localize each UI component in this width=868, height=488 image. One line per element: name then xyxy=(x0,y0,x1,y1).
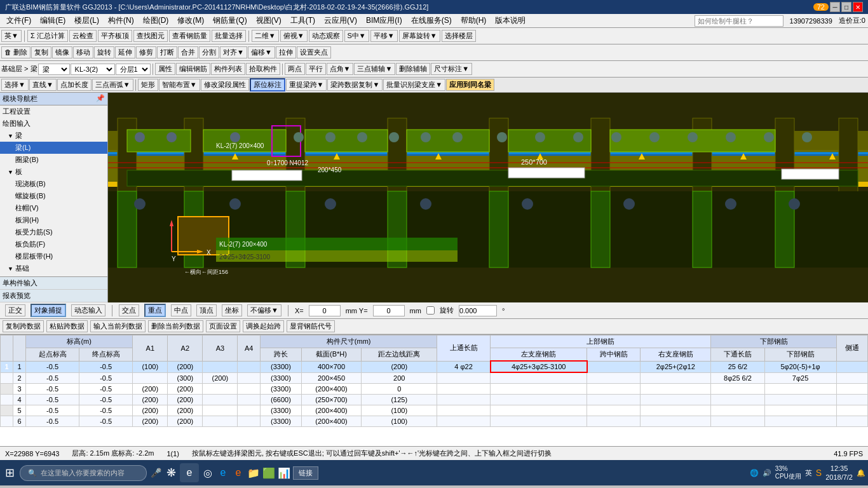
cell-top-thru[interactable] xyxy=(437,416,491,426)
menu-cloud[interactable]: 云应用(V) xyxy=(320,14,361,27)
cell-bot-thru[interactable] xyxy=(711,383,764,394)
select-tool-btn[interactable]: 选择▼ xyxy=(1,79,29,91)
del-col-data-btn[interactable]: 删除当前列数据 xyxy=(148,320,203,332)
menu-tools[interactable]: 工具(T) xyxy=(287,14,319,27)
taskbar-app-ie3[interactable]: e xyxy=(232,466,245,479)
member-list-btn[interactable]: 构件列表 xyxy=(211,63,245,75)
y-input[interactable] xyxy=(373,305,405,316)
parallel-btn[interactable]: 平行 xyxy=(306,63,326,75)
cell-end-elev[interactable]: -0.5 xyxy=(79,361,133,372)
cell-end-elev[interactable]: -0.5 xyxy=(79,405,133,416)
cell-dist[interactable]: 200 xyxy=(362,372,437,383)
cell-span[interactable]: (3300) xyxy=(261,405,302,416)
coord-btn[interactable]: 坐标 xyxy=(222,304,242,316)
stretch-btn[interactable]: 拉伸 xyxy=(276,46,296,58)
del-aux-btn[interactable]: 删除辅轴 xyxy=(396,63,430,75)
cell-seq[interactable]: 5 xyxy=(13,405,26,416)
sidebar-item-cast-slab[interactable]: 现浇板(B) xyxy=(0,178,107,190)
object-snap-btn[interactable]: 对象捕捉 xyxy=(31,304,66,317)
cell-a4[interactable] xyxy=(238,383,261,394)
input-col-data-btn[interactable]: 输入当前列数据 xyxy=(90,320,146,332)
cell-a2[interactable]: (200) xyxy=(168,405,203,416)
cell-mid[interactable] xyxy=(587,405,641,416)
cell-side[interactable] xyxy=(836,361,867,372)
sidebar-item-slab-hole[interactable]: 板洞(H) xyxy=(0,214,107,226)
merge-btn[interactable]: 合并 xyxy=(178,46,198,58)
cell-bot-thru[interactable]: 25 6/2 xyxy=(711,361,764,372)
cell-left-seat[interactable] xyxy=(491,394,587,405)
cell-right-seat[interactable] xyxy=(641,416,711,426)
lang-btn[interactable]: 英▼ xyxy=(1,30,22,42)
sidebar-item-beam[interactable]: 梁(L) xyxy=(0,142,107,154)
dim-btn[interactable]: 尺寸标注▼ xyxy=(431,63,472,75)
taskbar-app-orange[interactable]: 📊 xyxy=(278,466,290,479)
sidebar-item-slab-neg[interactable]: 板负筋(F) xyxy=(0,238,107,250)
sidebar-item-foundation-group[interactable]: ▼基础 xyxy=(0,262,107,274)
cell-a4[interactable] xyxy=(238,361,261,372)
x-input[interactable] xyxy=(309,305,341,316)
endpoint-btn[interactable]: 重点 xyxy=(144,304,166,317)
cell-start-elev[interactable]: -0.5 xyxy=(26,361,79,372)
cell-bot[interactable] xyxy=(764,383,836,394)
cell-dist[interactable]: (200) xyxy=(362,361,437,372)
cell-mid[interactable] xyxy=(587,394,641,405)
cell-a2[interactable]: (200) xyxy=(168,361,203,372)
start-button[interactable]: ⊞ xyxy=(3,463,17,482)
taskbar-app-ie2[interactable]: e xyxy=(217,466,229,479)
two-point-btn[interactable]: 两点 xyxy=(285,63,305,75)
cell-a3[interactable] xyxy=(203,361,238,372)
beam-type-select[interactable]: 梁 xyxy=(38,64,70,75)
cell-span[interactable]: (6600) xyxy=(261,394,302,405)
cell-mid[interactable] xyxy=(587,361,641,372)
cell-bot-thru[interactable] xyxy=(711,394,764,405)
taskbar-search[interactable]: 🔍 在这里输入你要搜索的内容 xyxy=(20,465,147,481)
delete-btn[interactable]: 🗑 删除 xyxy=(1,46,31,58)
taskbar-app-edge[interactable]: ◎ xyxy=(201,466,214,479)
cell-side[interactable] xyxy=(836,383,867,394)
cell-top-thru[interactable] xyxy=(437,394,491,405)
cell-right-seat[interactable]: 2φ25+(2φ12 xyxy=(641,361,711,372)
menu-help[interactable]: 帮助(H) xyxy=(457,14,491,27)
cell-a1[interactable]: (200) xyxy=(133,394,168,405)
menu-member[interactable]: 构件(N) xyxy=(104,14,138,27)
cell-seq[interactable]: 4 xyxy=(13,394,26,405)
cell-bot[interactable] xyxy=(764,405,836,416)
cell-bot[interactable]: 7φ25 xyxy=(764,372,836,383)
sidebar-item-spiral-slab[interactable]: 螺旋板(B) xyxy=(0,190,107,202)
close-button[interactable]: ✕ xyxy=(853,2,863,12)
cell-span[interactable]: (3300) xyxy=(261,372,302,383)
modify-beam-prop-btn[interactable]: 修改梁段属性 xyxy=(201,79,249,91)
sidebar-pin-icon[interactable]: 📌 xyxy=(96,94,105,104)
menu-rebar[interactable]: 钢筋量(Q) xyxy=(209,14,250,27)
minimize-button[interactable]: ─ xyxy=(830,2,840,12)
sidebar-item-ring-beam[interactable]: 圈梁(B) xyxy=(0,154,107,166)
three-point-btn[interactable]: 三点辅轴▼ xyxy=(354,63,395,75)
cell-top-thru[interactable]: 4 φ22 xyxy=(437,361,491,372)
beam-id-select[interactable]: KL-3(2) xyxy=(71,64,115,75)
paste-span-data-btn[interactable]: 粘贴跨数据 xyxy=(46,320,88,332)
menu-view[interactable]: 视图(V) xyxy=(252,14,285,27)
cell-start-elev[interactable]: -0.5 xyxy=(26,383,79,394)
cell-a2[interactable]: (200) xyxy=(168,416,203,426)
cell-side[interactable] xyxy=(836,416,867,426)
cell-start-elev[interactable]: -0.5 xyxy=(26,405,79,416)
pick-member-btn[interactable]: 拾取构件 xyxy=(246,63,280,75)
intersection-btn[interactable]: 交点 xyxy=(119,304,139,316)
cell-section[interactable]: (200×400) xyxy=(301,416,361,426)
ime-indicator[interactable]: S xyxy=(816,468,822,478)
cell-start-elev[interactable]: -0.5 xyxy=(26,394,79,405)
menu-file[interactable]: 文件(F) xyxy=(3,14,35,27)
cell-a1[interactable]: (100) xyxy=(133,361,168,372)
cell-dist[interactable]: 0 xyxy=(362,383,437,394)
cell-dist[interactable]: (100) xyxy=(362,405,437,416)
show-rebar-code-btn[interactable]: 显背钢筋代号 xyxy=(287,320,335,332)
view-rebar-btn[interactable]: 查看钢筋量 xyxy=(169,30,210,42)
cell-seq[interactable]: 3 xyxy=(13,383,26,394)
cell-left-seat[interactable] xyxy=(491,405,587,416)
cell-end-elev[interactable]: -0.5 xyxy=(79,416,133,426)
cell-span[interactable]: (3300) xyxy=(261,361,302,372)
cell-a4[interactable] xyxy=(238,372,261,383)
sidebar-item-draw-input[interactable]: 绘图输入 xyxy=(0,118,107,130)
cell-left-seat[interactable] xyxy=(491,416,587,426)
pan-btn[interactable]: 平移▼ xyxy=(370,30,398,42)
